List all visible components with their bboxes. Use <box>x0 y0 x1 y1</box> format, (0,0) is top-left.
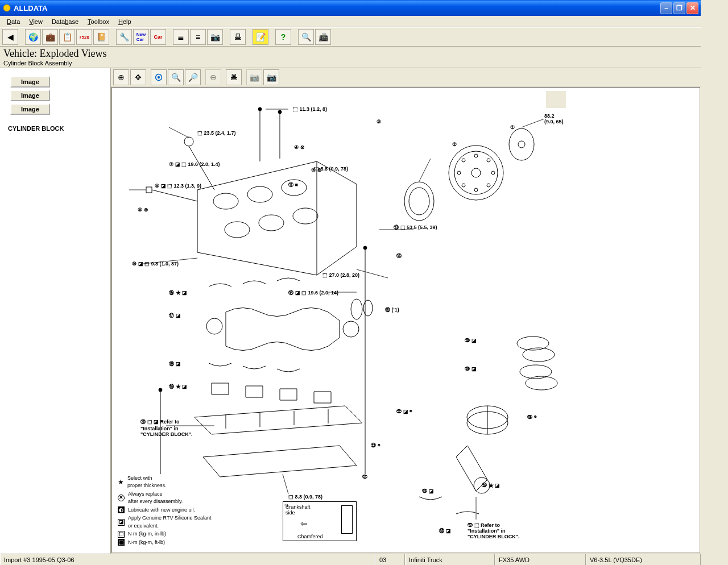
svg-point-3 <box>471 168 481 177</box>
callout-torque-7: ⑬ ⬚ 53.5 (5.5, 39) <box>394 224 437 231</box>
svg-point-11 <box>487 184 490 187</box>
menu-data[interactable]: Data <box>2 17 24 26</box>
part-num-19b: ⑲ ★ ◪ <box>169 383 187 390</box>
svg-point-10 <box>462 184 465 187</box>
viewer-print-button[interactable]: 🖶 <box>226 69 242 85</box>
lines1-button[interactable]: ≣ <box>173 29 189 45</box>
globe-button[interactable]: 🌍 <box>25 29 41 45</box>
notebook-button[interactable]: 📔 <box>93 29 109 45</box>
svg-line-52 <box>169 127 189 138</box>
svg-point-4 <box>474 154 478 157</box>
svg-point-8 <box>462 159 465 162</box>
svg-line-51 <box>522 119 544 127</box>
image-button-2[interactable]: Image <box>10 90 50 101</box>
main-toolbar: ◀ 🌍 💼 📋 7520 📔 🔧 NewCar Car ≣ ≡ 📷 🖶 📝 ? … <box>0 27 701 47</box>
zoom-q-button[interactable]: 🔎 <box>185 69 201 85</box>
image-button-1[interactable]: Image <box>10 76 50 88</box>
camera1-button[interactable]: 📷 <box>246 69 262 85</box>
part-num-25: ㉕ ◪ <box>422 488 434 494</box>
svg-point-15 <box>409 188 429 215</box>
car-button[interactable]: Car <box>150 29 166 45</box>
page-header: Vehicle: Exploded Views Cylinder Block A… <box>0 47 701 68</box>
print-button[interactable]: 🖶 <box>230 29 246 45</box>
part-num-23: ㉓ ⊗ <box>371 443 380 448</box>
svg-line-54 <box>419 159 431 181</box>
part-num-3: ③ <box>377 119 381 124</box>
part-num-5: ⑤ ⊗ <box>311 167 322 173</box>
back-button[interactable]: ◀ <box>2 29 18 45</box>
svg-point-25 <box>278 110 282 114</box>
viewer-toolbar: ⊕ ✥ ⦿ 🔍 🔎 ⊖ 🖶 📷 📷 <box>111 68 701 86</box>
lines2-button[interactable]: ≡ <box>190 29 206 45</box>
svg-point-31 <box>343 321 359 337</box>
part-num-29: ㉙ ◪ <box>465 366 477 372</box>
newcar-button[interactable]: NewCar <box>133 29 149 45</box>
menubar: Data View Database Toolbox Help <box>0 16 701 27</box>
part-num-2: ② <box>452 142 457 147</box>
svg-point-0 <box>3 5 10 11</box>
svg-point-26 <box>184 137 193 146</box>
svg-line-60 <box>283 474 288 494</box>
fax-button[interactable]: 📠 <box>315 29 331 45</box>
status-engine: V6-3.5L (VQ35DE) <box>586 554 701 565</box>
callout-torque-9: ⬚ 27.0 (2.8, 20) <box>322 272 359 278</box>
num-button[interactable]: 7520 <box>76 29 92 45</box>
statusbar: Import #3 1995-05 Q3-06 03 Infiniti Truc… <box>0 554 701 565</box>
part-num-22: ㉒ ◪ ⊗ <box>396 409 412 414</box>
part-num-30: ㉚ ◪ <box>439 528 451 534</box>
svg-point-20 <box>259 215 284 231</box>
svg-line-57 <box>357 269 388 278</box>
page-subtitle: Cylinder Block Assembly <box>3 60 697 67</box>
diagram-legend: ★Select with proper thickness. ✕Always r… <box>118 475 211 547</box>
menu-toolbox[interactable]: Toolbox <box>83 17 114 26</box>
part-num-8: ⑧ ⊗ <box>138 207 148 213</box>
svg-point-37 <box>159 388 162 392</box>
callout-ref-1: ⑳ ⬚ ◪ Refer to "Installation" in "CYLIND… <box>140 418 193 437</box>
search-button[interactable]: 🔍 <box>298 29 314 45</box>
part-num-14: ⑭ <box>396 252 402 260</box>
zoom-out-button[interactable]: ⊖ <box>205 69 221 85</box>
camera2-button[interactable]: 📷 <box>263 69 279 85</box>
part-num-4: ④ ⊗ <box>294 144 305 150</box>
camera-button[interactable]: 📷 <box>207 29 223 45</box>
part-num-17: ⑰ ◪ <box>169 312 181 319</box>
sidebar-label: CYLINDER BLOCK <box>8 125 105 132</box>
callout-torque-4: ⑦ ◪ ⬚ 19.6 (2.0, 1.4) <box>169 161 220 167</box>
callout-torque-1: ⬚ 11.3 (1.2, 8) <box>293 106 327 112</box>
zoom-100-button[interactable]: ⦿ <box>151 69 167 85</box>
zoom-region-button[interactable]: 🔍 <box>168 69 184 85</box>
note-button[interactable]: 📝 <box>253 29 268 45</box>
zoom-in-button[interactable]: ⊕ <box>113 69 129 85</box>
svg-point-19 <box>225 222 250 238</box>
maximize-button[interactable]: ❐ <box>673 2 685 14</box>
callout-torque-8: ⑩ ◪ ⬚ 9.8 (1.0, 87) <box>132 261 179 267</box>
svg-point-5 <box>474 188 478 192</box>
close-button[interactable]: ✕ <box>686 2 698 14</box>
wrench-button[interactable]: 🔧 <box>116 29 132 45</box>
image-button-3[interactable]: Image <box>10 103 50 115</box>
svg-point-6 <box>457 171 461 175</box>
callout-torque-10: ⑯ ◪ ⬚ 19.6 (2.0, 14) <box>288 289 338 297</box>
menu-view[interactable]: View <box>24 17 47 26</box>
pan-button[interactable]: ✥ <box>130 69 146 85</box>
svg-point-7 <box>491 171 495 175</box>
list-button[interactable]: 📋 <box>59 29 75 45</box>
minimize-button[interactable]: – <box>660 2 672 14</box>
briefcase-button[interactable]: 💼 <box>42 29 58 45</box>
svg-point-16 <box>213 193 238 209</box>
sidebar: Image Image Image CYLINDER BLOCK <box>0 68 111 554</box>
svg-point-21 <box>293 208 318 224</box>
callout-torque-3: ⬚ 23.5 (2.4, 1.7) <box>197 130 236 136</box>
status-make: Infiniti Truck <box>405 554 495 565</box>
help-button[interactable]: ? <box>275 29 291 45</box>
menu-help[interactable]: Help <box>114 17 136 26</box>
part-num-26: ㉖ ★ ◪ <box>482 483 500 488</box>
part-num-21: ㉑ <box>362 474 367 480</box>
svg-rect-28 <box>146 187 152 193</box>
callout-torque-13: ⬚ 8.8 (0.9, 78) <box>288 494 322 500</box>
window-title: ALLDATA <box>14 4 660 13</box>
diagram-viewer[interactable]: ⬚ 11.3 (1.2, 8) 88.2 (9.0, 65) ⬚ 23.5 (2… <box>111 87 700 553</box>
svg-point-1 <box>449 146 503 200</box>
status-code: 03 <box>375 554 405 565</box>
menu-database[interactable]: Database <box>47 17 83 26</box>
